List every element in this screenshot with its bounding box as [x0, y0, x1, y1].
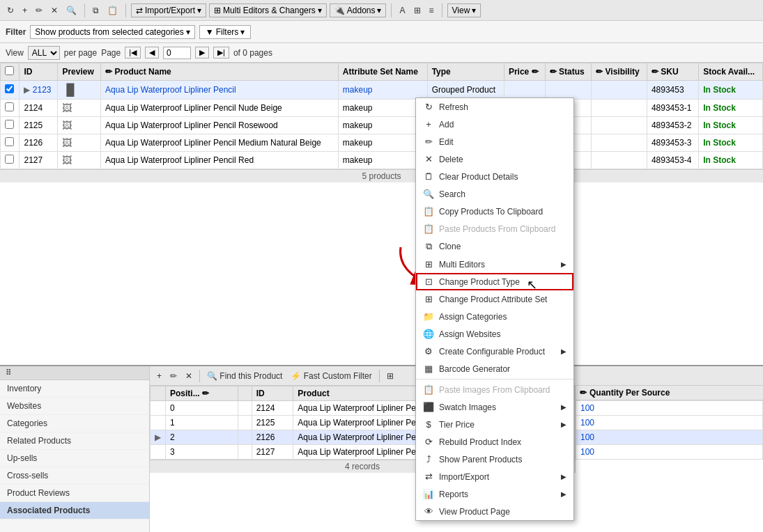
menu-item-create-configurable[interactable]: ⚙ Create Configurable Product ▶ [416, 343, 573, 360]
edit-btn[interactable]: ✏ [33, 4, 45, 17]
row-checkbox[interactable] [5, 102, 14, 111]
menu-item-multi-editors[interactable]: ⊞ Multi Editors ▶ [416, 256, 573, 273]
fast-filter-btn[interactable]: ⚡ Fast Custom Filter [288, 370, 374, 382]
page-input[interactable] [163, 47, 191, 59]
col-id[interactable]: ID [20, 63, 58, 81]
row-checkbox[interactable] [5, 120, 14, 129]
tier-price-arrow: ▶ [561, 421, 567, 428]
panel-item-upsells[interactable]: Up-sells [0, 450, 149, 467]
left-panel: ⠿ Inventory Websites Categories Related … [0, 366, 150, 532]
first-page-btn[interactable]: |◀ [125, 47, 141, 58]
clone-icon: ⧉ [423, 241, 434, 252]
menu-item-barcode[interactable]: ▦ Barcode Generator [416, 360, 573, 377]
menu-item-refresh[interactable]: ↻ Refresh [416, 98, 573, 116]
sub-expand-arrow[interactable]: ▶ [155, 432, 161, 442]
attr-link[interactable]: makeup [343, 85, 373, 95]
search-btn[interactable]: 🔍 [63, 4, 79, 17]
col-status[interactable]: ✏ Status [545, 63, 592, 81]
panel-item-associated[interactable]: Associated Products [0, 502, 149, 519]
multi-editors-btn[interactable]: ⊞ Multi Editors & Changers ▾ [209, 3, 327, 17]
addons-btn[interactable]: 🔌 Addons ▾ [330, 3, 387, 17]
select-all-checkbox[interactable] [5, 66, 14, 75]
col-visibility[interactable]: ✏ Visibility [592, 63, 647, 81]
col-attr[interactable]: Attribute Set Name [338, 63, 427, 81]
col-name[interactable]: ✏ Product Name [101, 63, 339, 81]
last-page-btn[interactable]: ▶| [213, 47, 229, 58]
table-row[interactable]: 2124 🖼 Aqua Lip Waterproof Lipliner Penc… [1, 100, 763, 117]
menu-item-delete[interactable]: ✕ Delete [416, 150, 573, 168]
per-page-select[interactable]: ALL [28, 46, 60, 60]
col-stock[interactable]: Stock Avail... [699, 63, 763, 81]
menu-item-change-attr-set[interactable]: ⊞ Change Product Attribute Set [416, 290, 573, 308]
col-btn[interactable]: ⊞ [411, 4, 424, 17]
menu-item-rebuild-index[interactable]: ⟳ Rebuild Product Index [416, 433, 573, 451]
col-type[interactable]: Type [427, 63, 504, 81]
panel-item-websites[interactable]: Websites [0, 398, 149, 415]
menu-item-show-parent[interactable]: ⤴ Show Parent Products [416, 451, 573, 468]
menu-item-assign-categories[interactable]: 📁 Assign Categories [416, 308, 573, 325]
font-btn[interactable]: A [396, 4, 408, 17]
panel-item-categories[interactable]: Categories [0, 415, 149, 432]
import-export-btn[interactable]: ⇄ Import/Export ▾ [131, 3, 206, 17]
view-btn[interactable]: View ▾ [447, 3, 481, 17]
copy-btn[interactable]: ⧉ [90, 4, 102, 17]
paste-btn[interactable]: 📋 [105, 4, 121, 17]
sub-col-id[interactable]: ID [252, 386, 293, 401]
col-sku[interactable]: ✏ SKU [647, 63, 698, 81]
filter-bar: Filter Show products from selected categ… [0, 21, 763, 43]
menu-item-clone[interactable]: ⧉ Clone [416, 237, 573, 256]
menu-refresh-label: Refresh [439, 102, 468, 112]
menu-item-clear[interactable]: 🗒 Clear Product Details [416, 168, 573, 185]
sep2 [125, 3, 126, 17]
panel-item-related[interactable]: Related Products [0, 432, 149, 450]
menu-item-reports[interactable]: 📊 Reports ▶ [416, 485, 573, 503]
menu-item-copy-clipboard[interactable]: 📋 Copy Products To Clipboard [416, 203, 573, 220]
panel-item-crosssells[interactable]: Cross-sells [0, 467, 149, 485]
menu-item-tier-price[interactable]: $ Tier Price ▶ [416, 416, 573, 433]
sub-col-position[interactable]: Positi... ✏ [166, 386, 238, 401]
menu-item-swatch[interactable]: ⬛ Swatch Images ▶ [416, 398, 573, 416]
table-row[interactable]: 2126 🖼 Aqua Lip Waterproof Lipliner Penc… [1, 134, 763, 152]
refresh-btn[interactable]: ↻ [4, 4, 17, 17]
view-label: View [452, 6, 470, 15]
col-price[interactable]: Price ✏ [504, 63, 545, 81]
row-checkbox[interactable] [5, 84, 14, 93]
row-checkbox[interactable] [5, 155, 14, 164]
menu-item-add[interactable]: + Add [416, 116, 573, 133]
prev-page-btn[interactable]: ◀ [145, 47, 159, 58]
col-checkbox[interactable] [1, 63, 20, 81]
filter-dropdown[interactable]: Show products from selected categories ▾ [30, 25, 194, 39]
table-row[interactable]: ▶ 2123 ▐▌ Aqua Lip Waterproof Lipliner P… [1, 81, 763, 100]
sub-add-btn[interactable]: + [154, 370, 164, 382]
sub-edit-btn[interactable]: ✏ [167, 370, 180, 382]
add-btn[interactable]: + [20, 4, 30, 17]
row-btn[interactable]: ≡ [426, 4, 437, 17]
refresh-icon: ↻ [423, 102, 434, 112]
col-preview[interactable]: Preview [58, 63, 101, 81]
menu-item-edit[interactable]: ✏ Edit [416, 133, 573, 150]
menu-item-import-export[interactable]: ⇄ Import/Export ▶ [416, 468, 573, 485]
preview-image: 🖼 [62, 137, 72, 148]
product-id-link[interactable]: 2123 [33, 85, 52, 95]
product-name-link[interactable]: Aqua Lip Waterproof Lipliner Pencil [105, 85, 236, 95]
row-checkbox[interactable] [5, 137, 14, 146]
expand-arrow[interactable]: ▶ [24, 85, 30, 95]
table-row[interactable]: 2125 🖼 Aqua Lip Waterproof Lipliner Penc… [1, 117, 763, 134]
menu-item-assign-websites[interactable]: 🌐 Assign Websites [416, 325, 573, 343]
menu-clear-label: Clear Product Details [439, 172, 518, 182]
panel-item-inventory[interactable]: Inventory [0, 380, 149, 398]
table-row[interactable]: 2127 🖼 Aqua Lip Waterproof Lipliner Penc… [1, 152, 763, 169]
menu-item-search[interactable]: 🔍 Search [416, 185, 573, 203]
menu-item-view-page[interactable]: 👁 View Product Page [416, 503, 573, 520]
delete-btn[interactable]: ✕ [48, 4, 61, 17]
import-export-menu-icon: ⇄ [423, 471, 434, 482]
filters-btn[interactable]: ▼ Filters ▾ [199, 25, 252, 39]
next-page-btn[interactable]: ▶ [195, 47, 209, 58]
sub-cols-btn[interactable]: ⊞ [384, 370, 396, 382]
filters-arrow: ▾ [240, 27, 245, 37]
sub-delete-btn[interactable]: ✕ [183, 370, 195, 382]
find-product-btn[interactable]: 🔍 Find this Product [204, 370, 285, 382]
menu-item-change-type[interactable]: ⊡ Change Product Type [416, 273, 573, 290]
preview-image: 🖼 [62, 120, 72, 131]
panel-item-reviews[interactable]: Product Reviews [0, 485, 149, 502]
